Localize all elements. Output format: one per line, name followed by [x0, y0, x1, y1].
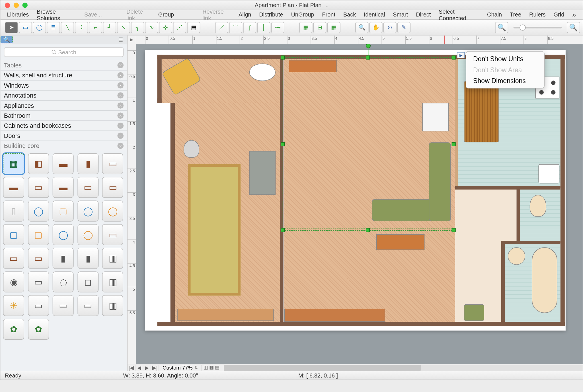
palette-item[interactable]: ▮ [77, 153, 98, 174]
first-page-button[interactable]: |◀ [128, 364, 136, 371]
palette-item[interactable]: ▮ [53, 248, 74, 269]
zoom-slider[interactable] [514, 26, 562, 28]
conn-4[interactable]: ┘ [103, 22, 116, 33]
wall[interactable] [516, 186, 520, 243]
eyedropper-btn[interactable]: ✎ [397, 22, 410, 33]
palette-item[interactable]: ✿ [28, 319, 49, 340]
menu-tree[interactable]: Tree [506, 11, 525, 18]
palette-item[interactable]: ▬ [3, 177, 24, 198]
vertical-tool[interactable]: ⎮ [257, 22, 270, 33]
palette-item[interactable]: ◯ [77, 201, 98, 222]
wall[interactable] [501, 241, 505, 322]
palette-item[interactable]: ▢ [28, 224, 49, 245]
menu-item-dont-show-units[interactable]: Don't Show Units [466, 53, 544, 64]
palette-item[interactable]: ◉ [3, 271, 24, 292]
conn-6[interactable]: ╮ [131, 22, 144, 33]
cabinets-row[interactable] [177, 309, 274, 321]
selection-handle[interactable] [281, 142, 285, 146]
menu-ungroup[interactable]: UnGroup [287, 11, 318, 18]
drawing-page[interactable]: ▶ Don't Show Units Don't Show Area Show … [145, 50, 565, 331]
library-row[interactable]: Tables× [1, 60, 127, 70]
zoom-out-button[interactable]: 🔍 [495, 22, 508, 33]
stool[interactable] [464, 304, 484, 321]
palette-item[interactable]: ▥ [102, 248, 123, 269]
menu-front[interactable]: Front [318, 11, 339, 18]
close-icon[interactable]: × [117, 92, 124, 99]
toilet[interactable] [530, 195, 546, 217]
wall-thin[interactable] [455, 59, 458, 186]
stepper-icon[interactable]: ⇅ [194, 365, 198, 370]
wall[interactable] [455, 186, 560, 189]
close-icon[interactable]: × [117, 113, 124, 119]
palette-item[interactable]: ◻ [77, 271, 98, 292]
menu-identical[interactable]: Identical [360, 11, 389, 18]
close-icon[interactable]: × [117, 133, 124, 139]
wall[interactable] [157, 55, 162, 103]
palette-item[interactable]: ▥ [102, 271, 123, 292]
menu-grid[interactable]: Grid [550, 11, 568, 18]
cabinets-row[interactable] [284, 309, 385, 322]
horizontal-ruler[interactable]: 00.511.522.533.544.555.566.577.588.5 [136, 36, 583, 44]
wall[interactable] [501, 241, 561, 244]
h-scrollbar[interactable] [224, 364, 583, 371]
group-btn[interactable]: ▦ [299, 22, 312, 33]
text-tool[interactable]: ≣ [47, 22, 60, 33]
view-mode-icons[interactable]: ▥ ▦ ▤ [202, 365, 221, 370]
conn-5[interactable]: ↘ [117, 22, 130, 33]
palette-item[interactable]: ☀ [3, 295, 24, 316]
pointer-tool[interactable]: ➤ [5, 22, 18, 33]
pan-btn[interactable]: ✋ [369, 22, 382, 33]
close-icon[interactable]: × [117, 143, 124, 149]
smart-tag-button[interactable]: ▶ [457, 52, 465, 58]
minimize-window-button[interactable] [14, 2, 19, 7]
palette-item[interactable]: ▭ [28, 177, 49, 198]
palette-item[interactable]: ▭ [77, 295, 98, 316]
align-btn[interactable]: ▦ [327, 22, 340, 33]
close-icon[interactable]: × [117, 123, 124, 129]
palette-item[interactable]: ▬ [53, 177, 74, 198]
close-icon[interactable]: × [117, 72, 124, 79]
bathtub[interactable] [532, 247, 557, 313]
zoom-window-button[interactable] [22, 2, 27, 7]
zoom-btn[interactable]: 🔍 [355, 22, 368, 33]
selection-handle[interactable] [452, 228, 456, 232]
menu-direct[interactable]: Direct [412, 11, 435, 18]
palette-item[interactable]: ▮ [77, 248, 98, 269]
palette-item[interactable]: ▭ [28, 248, 49, 269]
selection-handle[interactable] [452, 55, 456, 59]
last-page-button[interactable]: ▶| [151, 364, 159, 371]
conn-1[interactable]: ╲ [61, 22, 74, 33]
palette-item[interactable]: ▢ [53, 201, 74, 222]
wall[interactable] [157, 322, 565, 326]
page-tool[interactable]: ▤ [187, 22, 200, 33]
library-row[interactable]: Bathroom× [1, 110, 127, 120]
search-input[interactable]: Search [4, 47, 124, 57]
menu-align[interactable]: Align [235, 11, 255, 18]
palette-item[interactable]: ▭ [53, 295, 74, 316]
sink-oval[interactable] [249, 63, 276, 81]
menu-back[interactable]: Back [339, 11, 360, 18]
conn-7[interactable]: ∿ [145, 22, 158, 33]
coffee-table[interactable] [376, 234, 424, 250]
bathroom-sink[interactable] [508, 247, 525, 265]
menu-libraries[interactable]: Libraries [3, 11, 33, 18]
palette-item[interactable]: ▭ [102, 177, 123, 198]
menu-distribute[interactable]: Distribute [255, 11, 287, 18]
library-row[interactable]: Cabinets and bookcases× [1, 120, 127, 130]
close-icon[interactable]: × [117, 62, 124, 68]
rug[interactable] [188, 164, 241, 296]
palette-item[interactable]: ◯ [28, 201, 49, 222]
close-icon[interactable]: × [117, 102, 124, 109]
palette-item[interactable]: ▯ [3, 201, 24, 222]
library-row[interactable]: Windows× [1, 80, 127, 90]
selection-handle[interactable] [366, 55, 370, 59]
selection-handle[interactable] [366, 228, 370, 232]
rect-tool[interactable]: ▭ [19, 22, 32, 33]
rotate-handle[interactable] [366, 44, 371, 48]
palette-item[interactable]: ◯ [77, 224, 98, 245]
palette-item[interactable]: ◧ [28, 153, 49, 174]
kitchen-sink[interactable] [538, 164, 559, 183]
palette-item[interactable]: ▭ [102, 153, 123, 174]
palette-item[interactable]: ▭ [28, 295, 49, 316]
next-page-button[interactable]: ▶ [143, 364, 151, 371]
